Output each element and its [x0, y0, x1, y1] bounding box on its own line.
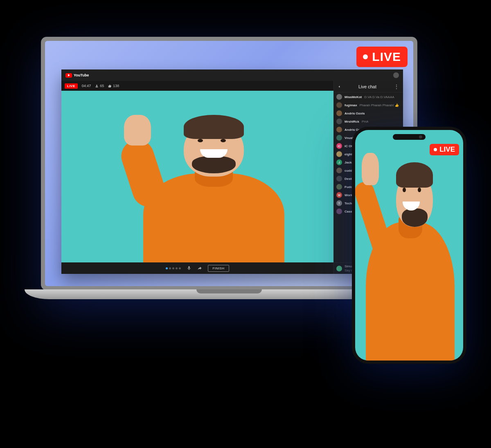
live-badge-phone: LIVE [430, 144, 459, 155]
video-column: LIVE 04:47 65 138 [61, 81, 333, 274]
viewer-count: 65 [95, 84, 104, 88]
chat-avatar: T [336, 200, 342, 206]
record-dot-icon [363, 54, 368, 59]
chat-message: Andris Ozols [336, 110, 401, 116]
like-count: 138 [108, 84, 119, 88]
live-badge-phone-text: LIVE [439, 146, 455, 154]
thumbs-up-icon [108, 84, 112, 88]
finish-button[interactable]: FINISH [208, 265, 229, 272]
chat-title: Live chat [358, 84, 376, 89]
chat-avatar [336, 102, 342, 108]
more-vert-icon[interactable]: ⋮ [394, 83, 400, 90]
chat-username: MrshIRck [345, 120, 359, 123]
share-arrow-icon[interactable] [197, 266, 202, 271]
self-avatar [336, 266, 342, 271]
video-bottom-bar: FINISH [61, 262, 333, 274]
account-avatar[interactable] [393, 72, 399, 78]
record-dot-icon [434, 148, 437, 151]
laptop-hinge-notch [196, 289, 262, 293]
page-indicator-dots [166, 267, 181, 269]
chat-username: Andris Ozols [345, 112, 365, 115]
chat-text: D.VA D.Va D.VAAAA [364, 95, 394, 99]
person-icon [95, 84, 99, 88]
chat-avatar [336, 208, 342, 214]
elapsed-time: 04:47 [82, 84, 91, 88]
chat-avatar [336, 184, 342, 190]
chat-avatar [336, 176, 342, 181]
live-badge-laptop-text: LIVE [372, 50, 401, 64]
chevron-right-icon[interactable] [337, 85, 341, 89]
video-status-bar: LIVE 04:47 65 138 [61, 81, 333, 91]
chat-avatar [336, 135, 342, 141]
chat-avatar [336, 127, 342, 132]
youtube-logo-text: YouTube [74, 73, 89, 77]
video-player[interactable] [61, 91, 333, 262]
chat-avatar [336, 168, 342, 173]
phone-screen[interactable]: LIVE [355, 130, 463, 361]
live-pill: LIVE [65, 83, 78, 89]
chat-text: PHA [362, 120, 368, 123]
chat-message: fugimaxPharah Pharah Pharah! 👍 [336, 102, 401, 108]
presenter-illustration [355, 130, 463, 361]
chat-username: fugimax [345, 103, 357, 107]
chat-header: Live chat ⋮ [334, 81, 403, 92]
chat-avatar [336, 151, 342, 157]
front-camera-icon [419, 135, 422, 139]
phone-device: LIVE [352, 127, 466, 364]
youtube-header: YouTube [61, 69, 403, 81]
chat-avatar [336, 94, 342, 100]
chat-username: MissMeKot [345, 95, 362, 99]
youtube-logo-icon [65, 73, 72, 78]
phone-frame: LIVE [352, 127, 466, 364]
youtube-logo[interactable]: YouTube [65, 73, 89, 78]
chat-text: Pharah Pharah Pharah! 👍 [360, 103, 399, 107]
chat-avatar: J [336, 159, 342, 165]
chat-avatar: iC [336, 143, 342, 149]
live-badge-laptop: LIVE [356, 47, 408, 67]
chat-message: MrshIRckPHA [336, 119, 401, 124]
presenter-illustration [61, 91, 333, 262]
chat-avatar: W [336, 192, 342, 198]
chat-avatar [336, 110, 342, 116]
chat-message: MissMeKotD.VA D.Va D.VAAAA [336, 94, 401, 100]
chat-avatar [336, 119, 342, 124]
microphone-icon[interactable] [187, 266, 191, 271]
